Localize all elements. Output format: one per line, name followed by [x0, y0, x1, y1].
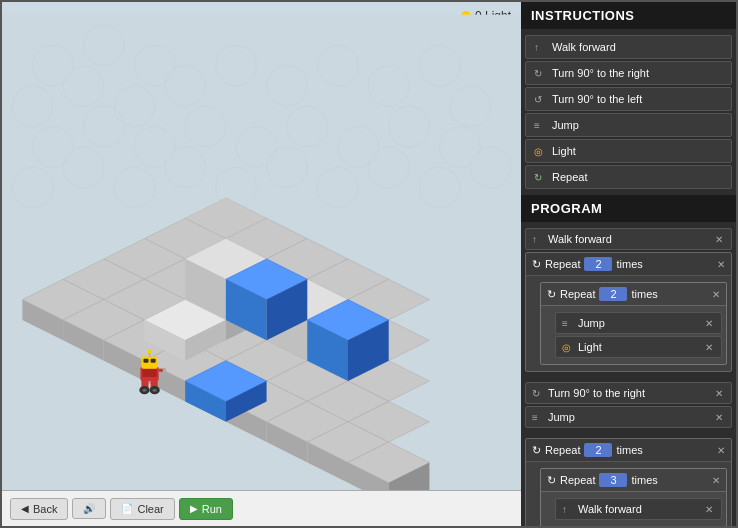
- back-label: Back: [33, 503, 57, 515]
- clear-label: Clear: [137, 503, 163, 515]
- nested-times-2-label: times: [631, 474, 657, 486]
- prog-jump-icon: ≡: [532, 412, 544, 423]
- instruction-light[interactable]: ◎ Light: [525, 139, 732, 163]
- instructions-header: INSTRUCTIONS: [521, 2, 736, 29]
- svg-point-104: [153, 389, 157, 392]
- program-title: PROGRAM: [531, 201, 602, 216]
- prog-turn-right-icon: ↻: [532, 388, 544, 399]
- repeat-block-2: ↻ Repeat times ✕ ↻ Repeat: [525, 438, 732, 526]
- svg-rect-106: [142, 369, 156, 377]
- times-2-label: times: [616, 444, 642, 456]
- nested-jump-item[interactable]: ≡ Jump ✕: [555, 312, 722, 334]
- walk-icon: ↑: [534, 42, 546, 53]
- right-panel: INSTRUCTIONS ↑ Walk forward ↻ Turn 90° t…: [521, 2, 736, 526]
- nested-times-label: times: [631, 288, 657, 300]
- repeat-header-1: ↻ Repeat times ✕: [526, 253, 731, 276]
- instruction-label: Turn 90° to the left: [552, 93, 642, 105]
- nested-repeat-label: Repeat: [560, 288, 595, 300]
- program-section[interactable]: ↑ Walk forward ✕ ↻ Repeat times ✕: [521, 222, 736, 526]
- svg-rect-109: [141, 357, 157, 369]
- remove-nested-jump-button[interactable]: ✕: [703, 318, 715, 329]
- nested-repeat-count-2[interactable]: [599, 473, 627, 487]
- times-label: times: [616, 258, 642, 270]
- remove-nested-repeat-1-button[interactable]: ✕: [712, 289, 720, 300]
- sound-icon: 🔊: [83, 503, 95, 514]
- program-walk-forward[interactable]: ↑ Walk forward ✕: [525, 228, 732, 250]
- nested-repeat-2-icon: ↻: [547, 474, 556, 487]
- nested-repeat-header-1: ↻ Repeat times ✕: [541, 283, 726, 306]
- nested-repeat-block-2: ↻ Repeat times ✕ ↑ Walk forward ✕: [540, 468, 727, 526]
- remove-repeat-2-button[interactable]: ✕: [717, 445, 725, 456]
- game-world-svg: [2, 2, 521, 526]
- nested-repeat-count-1[interactable]: [599, 287, 627, 301]
- repeat-icon: ↻: [534, 172, 546, 183]
- nested-walk-icon: ↑: [562, 504, 574, 515]
- instruction-turn-left[interactable]: ↺ Turn 90° to the left: [525, 87, 732, 111]
- run-label: Run: [202, 503, 222, 515]
- jump-icon: ≡: [534, 120, 546, 131]
- nested-repeat-body-1: ≡ Jump ✕ ◎ Light ✕: [541, 306, 726, 364]
- turn-right-icon: ↻: [534, 68, 546, 79]
- program-turn-right[interactable]: ↻ Turn 90° to the right ✕: [525, 382, 732, 404]
- instruction-label: Walk forward: [552, 41, 616, 53]
- instructions-list: ↑ Walk forward ↻ Turn 90° to the right ↺…: [521, 29, 736, 195]
- program-list: ↑ Walk forward ✕ ↻ Repeat times ✕: [521, 222, 736, 526]
- repeat-header-2-icon: ↻: [532, 444, 541, 457]
- svg-rect-108: [163, 368, 166, 374]
- clear-icon: 📄: [121, 503, 133, 514]
- remove-turn-right-button[interactable]: ✕: [713, 388, 725, 399]
- nested-walk-label: Walk forward: [578, 503, 642, 515]
- bottom-toolbar: ◀ Back 🔊 📄 Clear ▶ Run: [2, 490, 521, 526]
- nested-light-label: Light: [578, 341, 602, 353]
- instruction-walk-forward[interactable]: ↑ Walk forward: [525, 35, 732, 59]
- remove-walk-button[interactable]: ✕: [713, 234, 725, 245]
- nested-repeat-2-label: Repeat: [560, 474, 595, 486]
- prog-label: Jump: [548, 411, 575, 423]
- repeat-header-icon: ↻: [532, 258, 541, 271]
- turn-left-icon: ↺: [534, 94, 546, 105]
- svg-rect-110: [143, 359, 148, 363]
- instruction-jump[interactable]: ≡ Jump: [525, 113, 732, 137]
- svg-point-103: [142, 389, 146, 392]
- instruction-label: Turn 90° to the right: [552, 67, 649, 79]
- repeat-count-input-2[interactable]: [584, 443, 612, 457]
- remove-repeat-1-button[interactable]: ✕: [717, 259, 725, 270]
- instruction-repeat[interactable]: ↻ Repeat: [525, 165, 732, 189]
- instructions-title: INSTRUCTIONS: [531, 8, 635, 23]
- main-container: 0 Light: [0, 0, 738, 528]
- repeat-2-label: Repeat: [545, 444, 580, 456]
- clear-button[interactable]: 📄 Clear: [110, 498, 174, 520]
- back-button[interactable]: ◀ Back: [10, 498, 68, 520]
- prog-label: Walk forward: [548, 233, 612, 245]
- instruction-label: Repeat: [552, 171, 587, 183]
- program-header: PROGRAM: [521, 195, 736, 222]
- sound-button[interactable]: 🔊: [72, 498, 106, 519]
- nested-light-icon: ◎: [562, 342, 574, 353]
- remove-nested-walk-button[interactable]: ✕: [703, 504, 715, 515]
- run-icon: ▶: [190, 503, 198, 514]
- nested-repeat-icon: ↻: [547, 288, 556, 301]
- instruction-label: Light: [552, 145, 576, 157]
- nested-jump-icon: ≡: [562, 318, 574, 329]
- repeat-block-1: ↻ Repeat times ✕ ↻ Repeat: [525, 252, 732, 372]
- run-button[interactable]: ▶ Run: [179, 498, 233, 520]
- game-panel: 0 Light: [2, 2, 521, 526]
- repeat-label: Repeat: [545, 258, 580, 270]
- nested-light-item[interactable]: ◎ Light ✕: [555, 336, 722, 358]
- repeat-count-input-1[interactable]: [584, 257, 612, 271]
- remove-jump-button[interactable]: ✕: [713, 412, 725, 423]
- repeat-body-1: ↻ Repeat times ✕ ≡ Jump ✕: [526, 276, 731, 371]
- instruction-label: Jump: [552, 119, 579, 131]
- nested-repeat-block-1: ↻ Repeat times ✕ ≡ Jump ✕: [540, 282, 727, 365]
- svg-point-113: [148, 349, 152, 353]
- prog-label: Turn 90° to the right: [548, 387, 645, 399]
- remove-nested-repeat-2-button[interactable]: ✕: [712, 475, 720, 486]
- nested-walk-item[interactable]: ↑ Walk forward ✕: [555, 498, 722, 520]
- light-icon: ◎: [534, 146, 546, 157]
- nested-jump-label: Jump: [578, 317, 605, 329]
- program-jump[interactable]: ≡ Jump ✕: [525, 406, 732, 428]
- instruction-turn-right[interactable]: ↻ Turn 90° to the right: [525, 61, 732, 85]
- remove-nested-light-button[interactable]: ✕: [703, 342, 715, 353]
- back-icon: ◀: [21, 503, 29, 514]
- svg-rect-111: [151, 359, 156, 363]
